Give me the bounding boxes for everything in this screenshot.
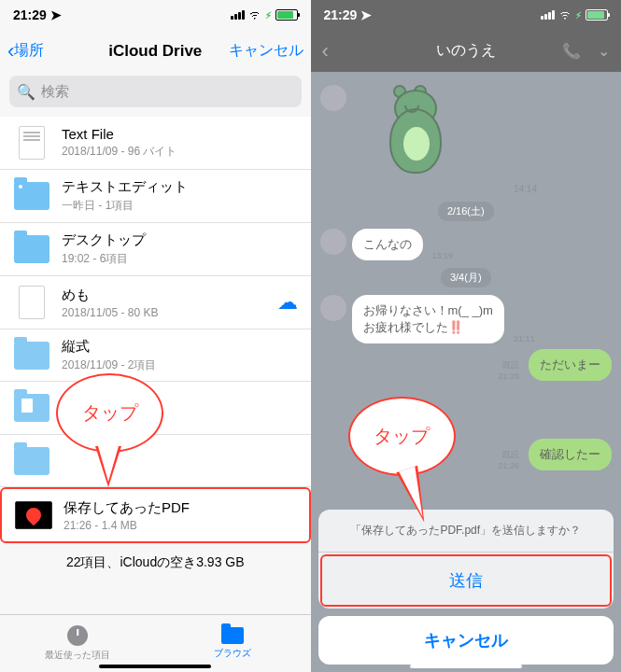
search-input[interactable]: 🔍 検索 bbox=[9, 76, 302, 107]
back-button[interactable]: ‹場所 bbox=[7, 39, 44, 63]
folder-icon bbox=[14, 447, 49, 475]
folder-row[interactable]: デスクトップ19:02 - 6項目 bbox=[0, 223, 311, 276]
status-time: 21:29 bbox=[324, 7, 358, 22]
charging-icon: ⚡︎ bbox=[575, 10, 582, 21]
file-list: Text File2018/11/09 - 96 バイト テキストエディット一昨… bbox=[0, 117, 311, 543]
call-icon[interactable]: 📞 bbox=[562, 42, 581, 60]
cancel-button[interactable]: キャンセル bbox=[229, 41, 303, 61]
folder-icon bbox=[14, 394, 49, 422]
file-row-highlighted[interactable]: 保存してあったPDF21:26 - 1.4 MB bbox=[0, 487, 311, 543]
tab-recent[interactable]: 最近使った項目 bbox=[0, 615, 155, 672]
home-indicator[interactable] bbox=[410, 665, 522, 668]
pdf-icon bbox=[15, 501, 52, 529]
nav-title: iCloud Drive bbox=[108, 42, 202, 61]
battery-icon bbox=[275, 9, 298, 21]
status-time: 21:29 bbox=[13, 7, 47, 22]
folder-row[interactable]: 縦式2018/11/09 - 2項目 bbox=[0, 329, 311, 382]
chevron-down-icon[interactable]: ⌄ bbox=[598, 42, 610, 60]
sheet-prompt: 「保存してあったPDF.pdf」を送信しますか？ bbox=[318, 510, 614, 553]
status-bar: 21:29➤ ⚡︎ bbox=[0, 0, 311, 30]
folder-icon bbox=[221, 627, 244, 644]
location-icon: ➤ bbox=[360, 7, 372, 22]
action-sheet: 「保存してあったPDF.pdf」を送信しますか？ 送信 キャンセル bbox=[311, 502, 622, 672]
message-bubble-sent[interactable]: 確認したー bbox=[529, 439, 612, 470]
folder-row[interactable]: テキストエディット一昨日 - 1項目 bbox=[0, 170, 311, 223]
wifi-icon bbox=[248, 7, 261, 22]
home-indicator[interactable] bbox=[99, 665, 211, 668]
date-pill: 3/4(月) bbox=[441, 268, 491, 287]
frog-sticker bbox=[380, 85, 455, 178]
chat-title: いのうえ bbox=[436, 41, 496, 61]
chat-app-screen: 21:29➤ ⚡︎ ‹ いのうえ 📞 ⌄ 14:14 2/16(土) こんなの bbox=[311, 0, 622, 672]
read-receipt: 既読21:26 bbox=[498, 359, 519, 381]
battery-icon bbox=[586, 9, 608, 21]
folder-row[interactable] bbox=[0, 435, 311, 487]
document-icon bbox=[19, 286, 45, 319]
cloud-download-icon[interactable]: ☁︎ bbox=[277, 290, 298, 315]
avatar[interactable] bbox=[320, 229, 346, 255]
charging-icon: ⚡︎ bbox=[265, 10, 272, 21]
wifi-icon bbox=[558, 7, 572, 22]
clock-icon bbox=[67, 625, 88, 646]
search-icon: 🔍 bbox=[17, 83, 35, 101]
chat-nav-bar: ‹ いのうえ 📞 ⌄ bbox=[311, 30, 622, 72]
signal-icon bbox=[541, 10, 555, 20]
avatar[interactable] bbox=[320, 85, 346, 111]
location-icon: ➤ bbox=[50, 7, 62, 22]
read-receipt: 既読21:26 bbox=[498, 449, 519, 470]
folder-icon bbox=[14, 342, 49, 370]
tab-browse[interactable]: ブラウズ bbox=[155, 615, 310, 672]
folder-icon bbox=[14, 235, 49, 263]
date-pill: 2/16(土) bbox=[438, 202, 494, 221]
folder-row[interactable] bbox=[0, 382, 311, 435]
timestamp: 14:14 bbox=[320, 184, 538, 194]
status-bar: 21:29➤ ⚡︎ bbox=[311, 0, 622, 30]
message-bubble[interactable]: こんなの bbox=[352, 229, 423, 260]
nav-bar: ‹場所 iCloud Drive キャンセル bbox=[0, 30, 311, 72]
files-app-screen: 21:29➤ ⚡︎ ‹場所 iCloud Drive キャンセル 🔍 検索 Te… bbox=[0, 0, 311, 672]
send-button[interactable]: 送信 bbox=[322, 556, 611, 605]
message-bubble-sent[interactable]: ただいまー bbox=[529, 349, 612, 381]
timestamp: 13:19 bbox=[432, 251, 454, 260]
message-bubble[interactable]: お帰りなさい！m(_ _)m お疲れ様でした‼️ bbox=[352, 295, 504, 343]
folder-icon bbox=[14, 182, 49, 210]
sheet-cancel-button[interactable]: キャンセル bbox=[318, 616, 614, 665]
tab-bar: 最近使った項目 ブラウズ bbox=[0, 614, 311, 672]
file-row[interactable]: めも2018/11/05 - 80 KB ☁︎ bbox=[0, 276, 311, 329]
timestamp: 21:11 bbox=[514, 334, 535, 343]
chat-body: 14:14 2/16(土) こんなの 13:19 3/4(月) お帰りなさい！m… bbox=[311, 72, 622, 511]
avatar[interactable] bbox=[320, 295, 346, 321]
back-button[interactable]: ‹ bbox=[322, 39, 329, 63]
signal-icon bbox=[231, 10, 245, 20]
document-icon bbox=[19, 126, 45, 160]
file-row[interactable]: Text File2018/11/09 - 96 バイト bbox=[0, 117, 311, 170]
storage-footer: 22項目、iCloudの空き3.93 GB bbox=[0, 543, 311, 582]
